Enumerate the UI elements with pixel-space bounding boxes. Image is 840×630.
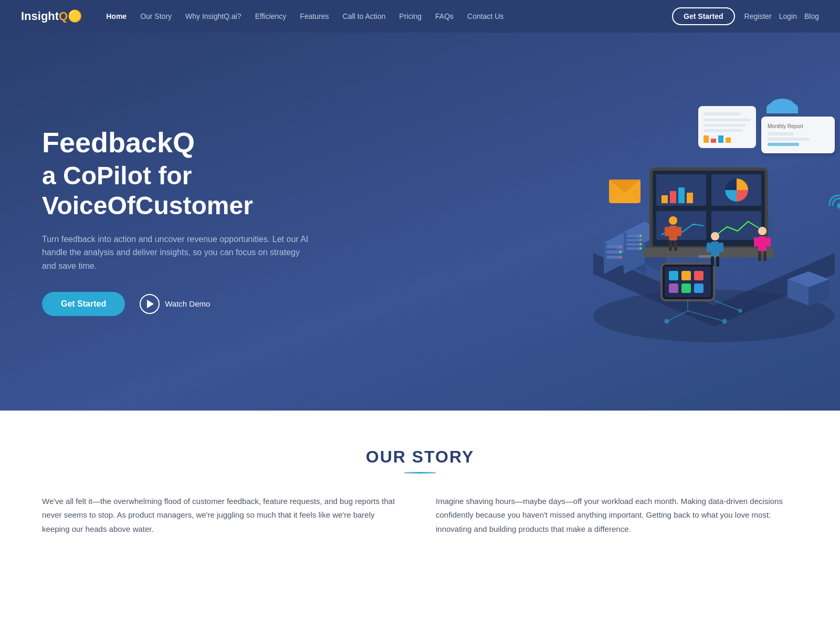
svg-rect-60	[704, 119, 751, 121]
svg-rect-65	[718, 135, 723, 143]
svg-rect-89	[758, 236, 766, 251]
svg-point-48	[665, 319, 669, 323]
logo-highlight: Q	[59, 9, 68, 23]
svg-rect-42	[694, 271, 704, 280]
svg-rect-92	[754, 237, 758, 247]
hero-content: FeedbackQ a CoPilot for VoiceOfCustomer …	[42, 127, 405, 316]
svg-rect-44	[681, 284, 691, 293]
nav-efficiency[interactable]: Efficiency	[250, 9, 292, 24]
hero-title-feedbackq: FeedbackQ	[42, 127, 405, 158]
hero-watch-demo-button[interactable]: Watch Demo	[140, 294, 210, 314]
svg-point-71	[838, 204, 840, 208]
nav-login[interactable]: Login	[779, 12, 797, 20]
svg-point-52	[739, 309, 742, 312]
svg-point-88	[758, 227, 766, 235]
nav-why-insightq[interactable]: Why InsightQ.ai?	[180, 9, 247, 24]
svg-rect-31	[678, 187, 685, 203]
svg-rect-87	[719, 243, 723, 252]
svg-rect-61	[704, 124, 746, 127]
svg-rect-81	[677, 227, 681, 236]
svg-rect-83	[711, 242, 719, 256]
play-icon	[140, 294, 160, 314]
watch-demo-label: Watch Demo	[165, 299, 210, 308]
svg-rect-77	[669, 226, 677, 240]
svg-point-19	[639, 235, 642, 237]
svg-rect-84	[711, 256, 714, 267]
svg-rect-41	[681, 271, 691, 280]
nav-blog[interactable]: Blog	[804, 12, 819, 20]
our-story-section: OUR STORY We've all felt it—the overwhel…	[0, 411, 840, 568]
svg-rect-64	[711, 139, 716, 143]
svg-rect-43	[669, 284, 678, 293]
nav-get-started-button[interactable]: Get Started	[672, 7, 734, 25]
svg-text:Monthly Report: Monthly Report	[768, 123, 803, 129]
nav-pricing[interactable]: Pricing	[394, 9, 427, 24]
svg-rect-29	[662, 195, 668, 203]
logo-text: InsightQ🟡	[21, 9, 82, 23]
nav-home[interactable]: Home	[101, 9, 132, 24]
svg-point-21	[639, 243, 642, 245]
hero-section: FeedbackQ a CoPilot for VoiceOfCustomer …	[0, 33, 840, 411]
nav-contact-us[interactable]: Contact Us	[462, 9, 509, 24]
section-title-wrap: OUR STORY	[42, 447, 798, 474]
nav-right-links: Register Login Blog	[744, 12, 819, 20]
play-triangle-icon	[147, 300, 154, 308]
story-columns: We've all felt it—the overwhelming flood…	[42, 495, 798, 536]
svg-rect-40	[669, 271, 678, 280]
our-story-title: OUR STORY	[42, 447, 798, 467]
hero-get-started-button[interactable]: Get Started	[42, 292, 125, 316]
nav-links: Home Our Story Why InsightQ.ai? Efficien…	[101, 9, 672, 24]
hero-description: Turn feedback into action and uncover re…	[42, 233, 315, 273]
svg-rect-93	[766, 237, 771, 247]
section-underline	[404, 472, 436, 474]
svg-rect-80	[665, 227, 669, 236]
nav-call-to-action[interactable]: Call to Action	[338, 9, 391, 24]
svg-rect-57	[768, 143, 799, 146]
hero-title-copilot: a CoPilot for VoiceOfCustomer	[42, 161, 405, 221]
svg-point-9	[620, 246, 622, 248]
svg-rect-70	[766, 108, 798, 113]
hero-illustration: Monthly Report	[562, 85, 840, 358]
navigation: InsightQ🟡 Home Our Story Why InsightQ.ai…	[0, 0, 840, 33]
logo[interactable]: InsightQ🟡	[21, 9, 82, 23]
svg-rect-32	[687, 193, 693, 203]
svg-rect-30	[670, 191, 676, 203]
svg-rect-79	[674, 240, 677, 251]
svg-rect-56	[768, 138, 810, 141]
svg-rect-45	[694, 284, 704, 293]
svg-rect-90	[758, 251, 761, 261]
nav-features[interactable]: Features	[295, 9, 334, 24]
svg-rect-66	[726, 138, 731, 143]
svg-point-50	[722, 319, 727, 323]
svg-point-22	[639, 247, 642, 249]
svg-rect-85	[716, 256, 719, 267]
svg-point-20	[639, 239, 642, 241]
svg-rect-63	[704, 135, 709, 143]
hero-actions: Get Started Watch Demo	[42, 292, 405, 316]
nav-our-story[interactable]: Our Story	[135, 9, 177, 24]
svg-rect-59	[704, 112, 740, 116]
story-col-1: We've all felt it—the overwhelming flood…	[42, 495, 404, 536]
svg-rect-62	[704, 129, 743, 132]
svg-point-82	[711, 232, 719, 240]
svg-rect-91	[763, 251, 766, 261]
svg-point-76	[669, 216, 677, 225]
svg-point-11	[620, 256, 622, 258]
story-col-2: Imagine shaving hours—maybe days—off you…	[436, 495, 798, 536]
svg-rect-55	[768, 132, 794, 135]
svg-point-10	[620, 251, 622, 253]
svg-rect-86	[707, 243, 711, 252]
svg-rect-78	[669, 240, 672, 251]
nav-register[interactable]: Register	[744, 12, 772, 20]
nav-faqs[interactable]: FAQs	[430, 9, 459, 24]
